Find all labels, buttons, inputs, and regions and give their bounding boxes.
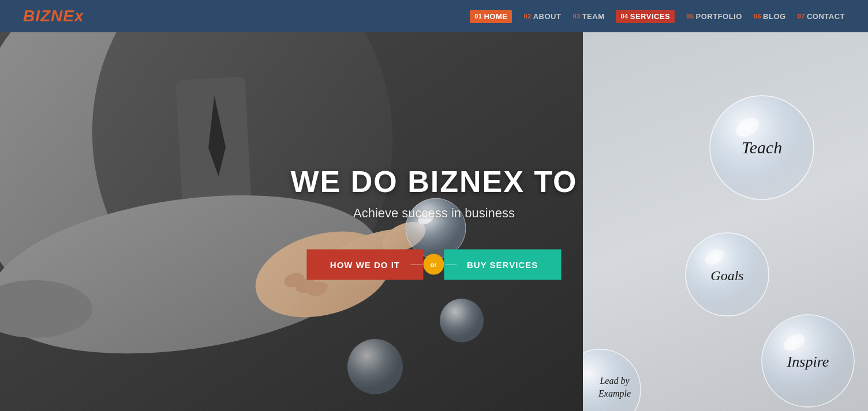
or-divider: or xyxy=(423,254,444,275)
how-we-do-it-button[interactable]: HOW WE DO IT xyxy=(307,249,423,280)
logo-accent: x xyxy=(74,7,84,25)
logo[interactable]: BIZNEx xyxy=(23,7,84,25)
nav-item-blog[interactable]: 06 BLOG xyxy=(754,12,786,21)
nav-num-team: 03 xyxy=(573,13,580,20)
nav-label-contact: CONTACT xyxy=(807,12,845,21)
nav-item-team[interactable]: 03 TEAM xyxy=(573,12,604,21)
svg-point-16 xyxy=(440,299,484,342)
bubble-goals-text: Goals xyxy=(710,268,743,283)
hero-section: Teach Goals Inspire Lead by Example WE D… xyxy=(0,32,868,411)
nav-label-about: ABOUT xyxy=(533,12,562,21)
buy-services-button[interactable]: BUY SERVICES xyxy=(444,249,561,280)
nav-label-team: TEAM xyxy=(582,12,605,21)
nav-label-services: SERVICES xyxy=(630,12,671,21)
nav-label-blog: BLOG xyxy=(763,12,786,21)
nav-num-about: 02 xyxy=(523,13,531,20)
nav-label-portfolio: PORTFOLIO xyxy=(696,12,742,21)
bubble-lead-text-1: Lead by xyxy=(599,376,630,386)
nav-item-about[interactable]: 02 ABOUT xyxy=(523,12,561,21)
hero-bg-right: Teach Goals Inspire Lead by Example xyxy=(583,32,868,411)
nav-num-blog: 06 xyxy=(754,13,761,20)
nav-num-contact: 07 xyxy=(798,13,805,20)
nav-item-home[interactable]: 01 HOME xyxy=(470,10,512,23)
header: BIZNEx 01 HOME 02 ABOUT 03 TEAM 04 SERVI… xyxy=(0,0,868,32)
svg-point-17 xyxy=(347,339,403,394)
bubble-teach-text: Teach xyxy=(742,138,783,157)
hero-title: WE DO BIZNEX TO xyxy=(290,164,577,198)
main-nav: 01 HOME 02 ABOUT 03 TEAM 04 SERVICES 05 … xyxy=(470,10,845,23)
logo-text: BIZNE xyxy=(23,7,74,25)
nav-num-home: 01 xyxy=(474,13,482,20)
bubble-lead-text-2: Example xyxy=(598,389,631,399)
hero-subtitle: Achieve success in business xyxy=(290,205,577,220)
hero-content: WE DO BIZNEX TO Achieve success in busin… xyxy=(290,164,577,280)
nav-num-portfolio: 05 xyxy=(686,13,694,20)
nav-item-contact[interactable]: 07 CONTACT xyxy=(798,12,845,21)
nav-item-services[interactable]: 04 SERVICES xyxy=(616,10,675,23)
nav-num-services: 04 xyxy=(620,13,628,20)
bubble-inspire-text: Inspire xyxy=(787,353,829,370)
nav-label-home: HOME xyxy=(484,12,507,21)
nav-item-portfolio[interactable]: 05 PORTFOLIO xyxy=(686,12,742,21)
hero-buttons: HOW WE DO IT or BUY SERVICES xyxy=(290,249,577,280)
